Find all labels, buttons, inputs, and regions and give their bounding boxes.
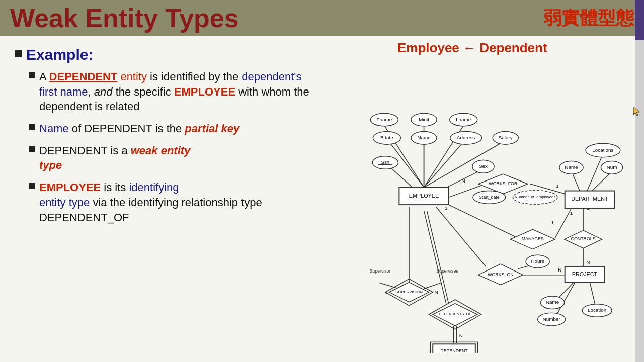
scrollbar[interactable] — [635, 0, 644, 362]
bullet-1-square — [29, 72, 35, 78]
svg-text:Sex: Sex — [479, 163, 488, 169]
employee-text-1: EMPLOYEE — [174, 85, 235, 98]
svg-text:1: 1 — [570, 210, 573, 216]
svg-text:MANAGES: MANAGES — [522, 236, 544, 241]
bullet-item-2: Name of DEPENDENT is the partial key — [15, 121, 347, 136]
svg-text:Locations: Locations — [592, 147, 613, 153]
svg-text:WORKS_FOR: WORKS_FOR — [489, 181, 517, 186]
svg-text:Location: Location — [588, 307, 606, 313]
svg-line-26 — [587, 156, 602, 191]
svg-text:EMPLOYEE: EMPLOYEE — [409, 193, 439, 199]
and-text: and — [94, 85, 113, 98]
bullet-square — [15, 50, 22, 57]
bullet-4-square — [29, 183, 35, 189]
svg-text:N: N — [558, 267, 561, 273]
page-title: Weak Entity Types — [10, 3, 239, 33]
example-label-text: Example: — [26, 46, 93, 63]
svg-line-14 — [441, 201, 515, 237]
svg-text:Address: Address — [457, 135, 475, 140]
partial-key-text: partial key — [185, 122, 239, 135]
subtitle: 弱實體型態 — [543, 6, 634, 31]
svg-text:N: N — [462, 178, 465, 184]
svg-text:Minit: Minit — [419, 117, 429, 122]
svg-text:1: 1 — [445, 205, 447, 211]
svg-text:1: 1 — [551, 220, 553, 225]
emp-dep-text: Employee ← Dependent — [397, 40, 547, 55]
bullet-item-3: DEPENDENT is a weak entitytype — [15, 143, 347, 173]
svg-line-37 — [424, 283, 441, 289]
bullet-item-1: A DEPENDENT entity is identified by the … — [15, 69, 347, 114]
svg-text:Start_date: Start_date — [479, 195, 500, 200]
bullet-3-content: DEPENDENT is a weak entitytype — [39, 143, 347, 173]
diagram-panel: Employee ← Dependent .ent-rect { fill: w… — [357, 36, 644, 362]
dependent-text: DEPENDENT — [49, 70, 118, 83]
bullet-2-square — [29, 124, 35, 130]
svg-text:Number: Number — [543, 316, 561, 322]
svg-text:PROJECT: PROJECT — [572, 271, 598, 277]
svg-text:N: N — [459, 333, 463, 338]
entity-text: entity — [120, 70, 147, 83]
bullet-1-content: A DEPENDENT entity is identified by the … — [39, 69, 347, 114]
svg-text:DEPENDENT: DEPENDENT — [440, 348, 468, 353]
svg-text:Fname: Fname — [377, 117, 392, 122]
bullet-4-content: EMPLOYEE is its identifyingentity type v… — [39, 180, 347, 225]
er-diagram: .ent-rect { fill: white; stroke: #333; s… — [357, 61, 639, 353]
svg-text:Name: Name — [417, 135, 431, 140]
scrollbar-thumb[interactable] — [635, 0, 644, 40]
svg-text:N: N — [586, 259, 590, 265]
svg-line-27 — [572, 173, 580, 191]
header: Weak Entity Types 弱實體型態 — [0, 0, 644, 36]
svg-text:Hours: Hours — [531, 258, 544, 264]
svg-text:Name: Name — [565, 164, 578, 170]
svg-text:Bdate: Bdate — [380, 135, 393, 140]
svg-line-5 — [424, 142, 464, 187]
bullet-item-4: EMPLOYEE is its identifyingentity type v… — [15, 180, 347, 225]
svg-text:SUPERVISION: SUPERVISION — [395, 290, 423, 294]
employee-text-2: EMPLOYEE — [39, 181, 101, 194]
svg-line-13 — [436, 207, 486, 266]
svg-text:Ssn: Ssn — [381, 159, 389, 165]
svg-text:Num: Num — [607, 164, 617, 170]
svg-text:Number_of_employees: Number_of_employees — [515, 195, 555, 199]
weak-entity-text: weak entitytype — [39, 144, 190, 172]
svg-text:N: N — [435, 289, 438, 295]
example-heading: Example: — [15, 46, 347, 63]
svg-text:1: 1 — [556, 183, 558, 189]
svg-text:Supervisee: Supervisee — [436, 268, 458, 274]
svg-line-28 — [592, 172, 611, 191]
main-content: Example: A DEPENDENT entity is identifie… — [0, 36, 644, 362]
svg-text:Lname: Lname — [456, 117, 471, 122]
employee-dependent-label: Employee ← Dependent — [397, 40, 547, 56]
svg-text:Name: Name — [546, 299, 559, 305]
name-text: Name — [39, 122, 69, 135]
bullet-2-content: Name of DEPENDENT is the partial key — [39, 121, 347, 136]
bullet-3-square — [29, 146, 35, 152]
svg-text:Salary: Salary — [499, 135, 513, 140]
svg-text:Supervisor: Supervisor — [369, 268, 390, 274]
svg-text:WORKS_ON: WORKS_ON — [488, 272, 514, 277]
text-panel: Example: A DEPENDENT entity is identifie… — [0, 36, 357, 362]
svg-text:CONTROLS: CONTROLS — [571, 236, 596, 241]
svg-text:DEPENDENTS_OF: DEPENDENTS_OF — [439, 312, 471, 316]
svg-text:DEPARTMENT: DEPARTMENT — [571, 196, 608, 202]
